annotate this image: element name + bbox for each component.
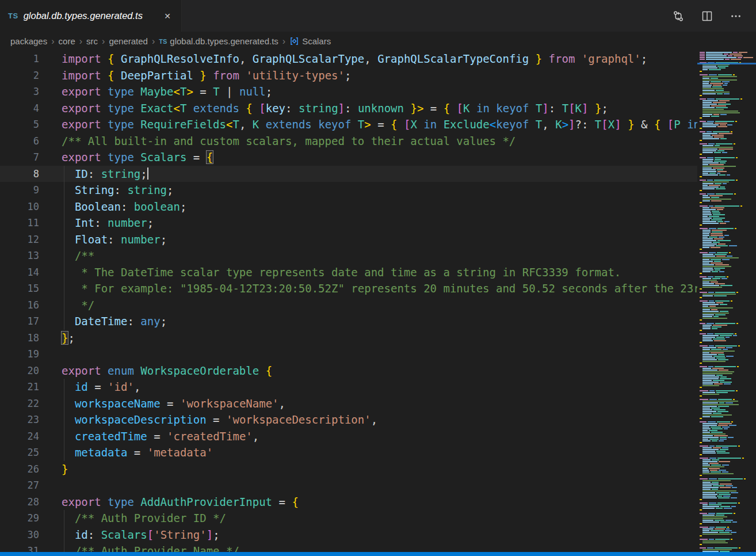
line-number[interactable]: 26 [0,461,39,478]
more-actions-icon[interactable] [730,10,742,22]
minimap-line [700,387,756,388]
breadcrumb-item-packages[interactable]: packages [10,36,47,46]
code-line-22[interactable]: 22 workspaceName = 'workspaceName', [0,395,756,412]
line-number[interactable]: 24 [0,428,39,445]
line-number[interactable]: 29 [0,510,39,527]
line-number[interactable]: 30 [0,527,39,543]
minimap-line [700,459,756,460]
typescript-file-icon: TS [159,38,167,45]
minimap-line [700,204,756,205]
line-number[interactable]: 15 [0,280,39,297]
line-number[interactable]: 8 [0,166,39,182]
minimap-line [700,425,756,426]
minimap-line [700,290,756,291]
line-number[interactable]: 7 [0,149,39,166]
code-line-11[interactable]: 11 Int: number; [0,215,756,231]
typescript-file-icon: TS [8,12,18,20]
breadcrumb-item-generated[interactable]: generated [109,36,148,46]
code-line-5[interactable]: 5export type RequireFields<T, K extends … [0,116,756,133]
line-number[interactable]: 31 [0,543,39,552]
breadcrumb-item-core[interactable]: core [59,36,75,46]
line-number[interactable]: 3 [0,83,39,100]
code-line-23[interactable]: 23 workspaceDescription = 'workspaceDesc… [0,412,756,428]
minimap-line [700,256,756,257]
line-number[interactable]: 9 [0,182,39,199]
code-line-3[interactable]: 3export type Maybe<T> = T | null; [0,83,756,100]
line-number[interactable]: 13 [0,247,39,264]
code-area[interactable]: 1import { GraphQLResolveInfo, GraphQLSca… [0,51,756,552]
code-line-25[interactable]: 25 metadata = 'metadata' [0,444,756,461]
code-line-27[interactable]: 27 [0,477,756,494]
minimap-line [700,466,756,467]
line-number[interactable]: 22 [0,395,39,412]
line-number[interactable]: 1 [0,51,39,67]
line-number[interactable]: 4 [0,100,39,117]
minimap-line [700,458,756,459]
code-line-19[interactable]: 19 [0,346,756,363]
minimap-line [700,114,756,115]
line-number[interactable]: 27 [0,477,39,494]
minimap-line [700,368,756,369]
code-line-24[interactable]: 24 createdTime = 'createdTime', [0,428,756,445]
code-line-7[interactable]: 7export type Scalars = { [0,149,756,166]
code-line-4[interactable]: 4export type Exact<T extends { [key: str… [0,100,756,117]
code-line-6[interactable]: 6/** All built-in and custom scalars, ma… [0,133,756,150]
code-line-30[interactable]: 30 id: Scalars['String']; [0,527,756,543]
open-changes-icon[interactable] [672,10,685,22]
code-line-31[interactable]: 31 /** Auth Provider Name */ [0,543,756,552]
code-line-13[interactable]: 13 /** [0,247,756,264]
code-line-29[interactable]: 29 /** Auth Provider ID */ [0,510,756,527]
code-line-21[interactable]: 21 id = 'id', [0,379,756,395]
code-line-10[interactable]: 10 Boolean: boolean; [0,199,756,215]
line-number[interactable]: 14 [0,264,39,281]
code-line-1[interactable]: 1import { GraphQLResolveInfo, GraphQLSca… [0,51,756,67]
code-line-18[interactable]: 18}; [0,330,756,346]
minimap-line [700,105,756,106]
line-number[interactable]: 6 [0,133,39,150]
code-line-2[interactable]: 2import { DeepPartial } from 'utility-ty… [0,67,756,84]
code-line-16[interactable]: 16 */ [0,297,756,314]
line-number[interactable]: 17 [0,313,39,330]
breadcrumb-item-src[interactable]: src [86,36,98,46]
breadcrumb-item-global-db-types-generated-ts[interactable]: TSglobal.db.types.generated.ts [159,36,278,46]
editor[interactable]: 1import { GraphQLResolveInfo, GraphQLSca… [0,51,756,552]
breadcrumb-label: global.db.types.generated.ts [170,36,278,46]
line-number[interactable]: 20 [0,363,39,379]
code-line-20[interactable]: 20export enum WorkspaceOrderable { [0,363,756,379]
split-editor-icon[interactable] [701,10,713,22]
code-line-9[interactable]: 9 String: string; [0,182,756,199]
line-number[interactable]: 18 [0,330,39,346]
line-number[interactable]: 12 [0,231,39,248]
code-line-17[interactable]: 17 DateTime: any; [0,313,756,330]
minimap-line [700,520,756,521]
line-number[interactable]: 19 [0,346,39,363]
line-number[interactable]: 5 [0,116,39,133]
minimap-line [700,468,756,469]
line-number[interactable]: 23 [0,412,39,428]
breadcrumb-item-scalars[interactable]: Scalars [289,36,331,46]
indent-guide [64,280,64,297]
minimap-line [700,335,756,336]
status-bar[interactable] [0,552,756,556]
line-number[interactable]: 16 [0,297,39,314]
code-line-15[interactable]: 15 * For example: "1985-04-12T23:20:50.5… [0,280,756,297]
minimap-line [700,363,756,364]
minimap[interactable] [697,51,756,552]
code-line-26[interactable]: 26} [0,461,756,478]
close-icon[interactable]: ✕ [162,10,173,22]
minimap-line [700,515,756,516]
line-number[interactable]: 10 [0,199,39,215]
code-line-28[interactable]: 28export type AddAuthProviderInput = { [0,494,756,511]
line-number[interactable]: 11 [0,215,39,231]
line-number[interactable]: 28 [0,494,39,511]
minimap-line [700,140,756,141]
tab-global-db-types-generated[interactable]: TS global.db.types.generated.ts ✕ [0,0,182,32]
code-line-8[interactable]: 8 ID: string; [0,166,756,182]
line-number[interactable]: 21 [0,379,39,395]
minimap-line [700,347,756,348]
code-line-14[interactable]: 14 * The DateTime scalar type represents… [0,264,756,281]
line-number[interactable]: 25 [0,444,39,461]
code-line-12[interactable]: 12 Float: number; [0,231,756,248]
minimap-line [700,97,756,98]
line-number[interactable]: 2 [0,67,39,84]
